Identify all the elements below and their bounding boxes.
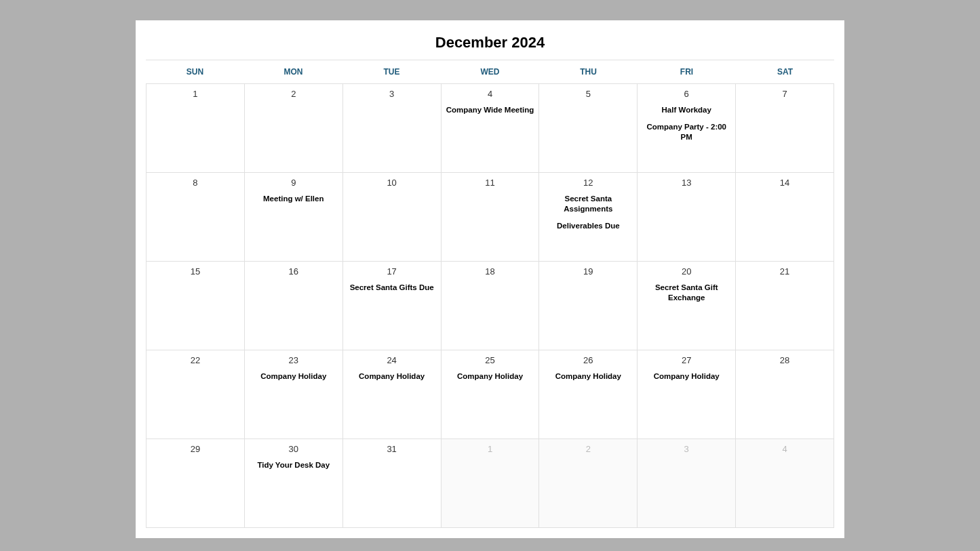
day-cell[interactable]: 19 [539, 262, 638, 350]
day-cell[interactable]: 4 [736, 439, 834, 528]
day-number: 3 [641, 443, 732, 457]
calendar-event[interactable]: Half Workday [641, 102, 732, 119]
calendar-event[interactable]: Secret Santa Gift Exchange [641, 279, 732, 306]
day-cell[interactable]: 13 [638, 173, 736, 262]
day-number: 31 [347, 443, 437, 457]
day-number: 6 [641, 87, 732, 102]
day-cell[interactable]: 1 [442, 439, 540, 528]
day-cell[interactable]: 22 [146, 350, 245, 439]
day-headers-row: SUNMONTUEWEDTHUFRISAT [146, 60, 834, 83]
day-number: 26 [543, 354, 633, 368]
day-number: 30 [248, 443, 339, 457]
day-cell[interactable]: 8 [146, 173, 245, 262]
day-cell[interactable]: 25Company Holiday [442, 350, 540, 439]
day-cell[interactable]: 7 [736, 84, 834, 173]
day-number: 7 [739, 87, 830, 102]
day-cell[interactable]: 10 [343, 173, 442, 262]
day-cell[interactable]: 11 [442, 173, 540, 262]
day-number: 20 [641, 265, 732, 279]
day-cell[interactable]: 1 [146, 84, 245, 173]
day-cell[interactable]: 12Secret Santa AssignmentsDeliverables D… [539, 173, 638, 262]
day-cell[interactable]: 31 [343, 439, 442, 528]
day-number: 4 [739, 443, 830, 457]
calendar-grid: 1234Company Wide Meeting56Half WorkdayCo… [146, 83, 834, 528]
day-number: 10 [347, 176, 437, 190]
day-number: 1 [445, 443, 536, 457]
day-cell[interactable]: 28 [736, 350, 834, 439]
day-number: 2 [543, 443, 633, 457]
day-cell[interactable]: 9Meeting w/ Ellen [245, 173, 343, 262]
day-number: 24 [347, 354, 437, 368]
day-cell[interactable]: 2 [539, 439, 638, 528]
day-number: 23 [248, 354, 339, 368]
day-cell[interactable]: 5 [539, 84, 638, 173]
day-number: 4 [445, 87, 536, 102]
day-number: 12 [543, 176, 633, 190]
day-cell[interactable]: 4Company Wide Meeting [442, 84, 540, 173]
day-header-thu: THU [539, 60, 638, 83]
day-cell[interactable]: 18 [442, 262, 540, 350]
day-number: 14 [739, 176, 830, 190]
calendar-event[interactable]: Company Holiday [641, 368, 732, 385]
day-number: 13 [641, 176, 732, 190]
day-cell[interactable]: 26Company Holiday [539, 350, 638, 439]
day-number: 27 [641, 354, 732, 368]
calendar-event[interactable]: Deliverables Due [543, 218, 633, 234]
day-cell[interactable]: 3 [638, 439, 736, 528]
day-number: 1 [150, 87, 241, 102]
day-cell[interactable]: 17Secret Santa Gifts Due [343, 262, 442, 350]
day-number: 19 [543, 265, 633, 279]
day-cell[interactable]: 16 [245, 262, 343, 350]
day-cell[interactable]: 27Company Holiday [638, 350, 736, 439]
day-header-fri: FRI [638, 60, 736, 83]
day-cell[interactable]: 2 [245, 84, 343, 173]
day-header-wed: WED [441, 60, 539, 83]
day-number: 2 [248, 87, 339, 102]
day-number: 5 [543, 87, 633, 102]
day-number: 28 [739, 354, 830, 368]
day-number: 22 [150, 354, 241, 368]
day-cell[interactable]: 14 [736, 173, 834, 262]
day-number: 29 [150, 443, 241, 457]
calendar-event[interactable]: Company Party - 2:00 PM [641, 119, 732, 146]
day-number: 11 [445, 176, 536, 190]
day-number: 17 [347, 265, 437, 279]
calendar-event[interactable]: Company Holiday [248, 368, 339, 385]
calendar-event[interactable]: Meeting w/ Ellen [248, 190, 339, 207]
calendar-event[interactable]: Tidy Your Desk Day [248, 457, 339, 474]
day-cell[interactable]: 23Company Holiday [245, 350, 343, 439]
day-cell[interactable]: 30Tidy Your Desk Day [245, 439, 343, 528]
calendar-event[interactable]: Company Holiday [543, 368, 633, 385]
day-cell[interactable]: 24Company Holiday [343, 350, 442, 439]
calendar-event[interactable]: Company Holiday [347, 368, 437, 385]
day-cell[interactable]: 3 [343, 84, 442, 173]
day-number: 9 [248, 176, 339, 190]
day-number: 21 [739, 265, 830, 279]
calendar-container: December 2024 SUNMONTUEWEDTHUFRISAT 1234… [136, 20, 844, 538]
calendar-event[interactable]: Secret Santa Gifts Due [347, 279, 437, 296]
day-cell[interactable]: 20Secret Santa Gift Exchange [638, 262, 736, 350]
day-number: 15 [150, 265, 241, 279]
calendar-event[interactable]: Company Wide Meeting [445, 102, 536, 119]
day-number: 25 [445, 354, 536, 368]
day-cell[interactable]: 6Half WorkdayCompany Party - 2:00 PM [638, 84, 736, 173]
calendar-title: December 2024 [146, 30, 834, 60]
day-cell[interactable]: 21 [736, 262, 834, 350]
calendar-event[interactable]: Secret Santa Assignments [543, 190, 633, 218]
day-header-sun: SUN [146, 60, 244, 83]
day-number: 3 [347, 87, 437, 102]
day-number: 8 [150, 176, 241, 190]
day-cell[interactable]: 29 [146, 439, 245, 528]
day-number: 16 [248, 265, 339, 279]
day-cell[interactable]: 15 [146, 262, 245, 350]
day-number: 18 [445, 265, 536, 279]
day-header-tue: TUE [342, 60, 441, 83]
day-header-sat: SAT [736, 60, 834, 83]
calendar-event[interactable]: Company Holiday [445, 368, 536, 385]
day-header-mon: MON [244, 60, 342, 83]
